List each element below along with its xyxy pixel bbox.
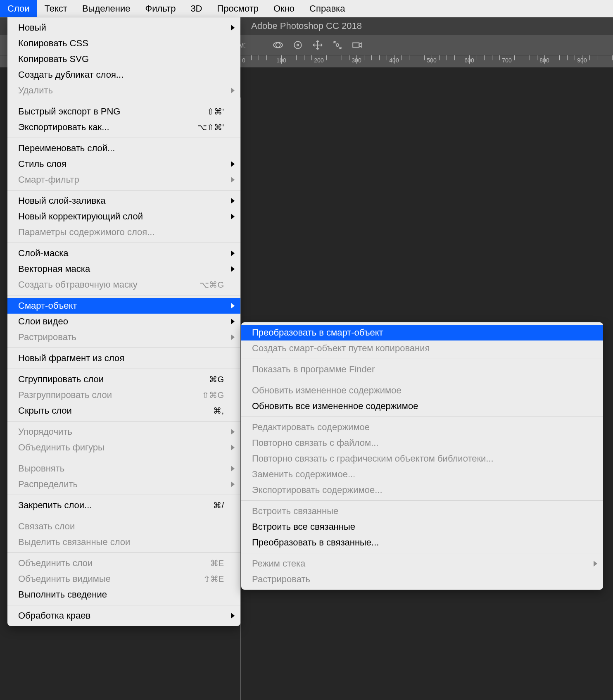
submenu-arrow-icon [231,88,235,93]
menu-item-label: Новый слой-заливка [18,195,105,206]
menu-layers[interactable]: Слои [0,0,37,17]
menu-window[interactable]: Окно [266,0,302,17]
separator [241,500,603,501]
menu-text[interactable]: Текст [37,0,75,17]
options-icons [273,40,363,50]
menu-label: Фильтр [145,3,176,14]
smart-object-submenu-item[interactable]: Встроить все связанные [241,519,603,535]
layers-menu-item: Удалить [7,83,240,98]
layers-menu-item[interactable]: Экспортировать как...⌥⇧⌘' [7,119,240,135]
smart-object-submenu-item[interactable]: Обновить все измененное содержимое [241,398,603,414]
smart-object-submenu-item: Обновить измененное содержимое [241,383,603,398]
menu-item-label: Экспортировать как... [18,122,109,133]
layers-menu-item[interactable]: Слои видео [7,314,240,329]
menu-item-label: Показать в программе Finder [252,364,375,375]
menu-item-label: Повторно связать с файлом... [252,438,378,448]
submenu-arrow-icon [231,161,235,167]
target-icon[interactable] [292,40,303,50]
layers-menu-item: Выровнять [7,461,240,476]
menu-item-label: Редактировать содержимое [252,422,370,433]
shortcut: ⌘E [210,558,224,568]
layers-menu-item[interactable]: Быстрый экспорт в PNG⇧⌘' [7,104,240,119]
submenu-arrow-icon [231,445,235,450]
layers-menu-item[interactable]: Смарт-объект [7,298,240,314]
submenu-arrow-icon [231,177,235,183]
menu-label: 3D [190,3,202,14]
menu-item-label: Объединить видимые [18,574,111,584]
submenu-arrow-icon [231,481,235,487]
layers-menu-item: Объединить слои⌘E [7,555,240,571]
layers-menu-item[interactable]: Новый [7,20,240,36]
menu-label: Выделение [82,3,131,14]
layers-menu-item[interactable]: Обработка краев [7,608,240,624]
menu-item-label: Выделить связанные слои [18,537,130,548]
ruler-label: 800 [539,57,549,64]
menu-item-label: Слой-маска [18,248,69,259]
shortcut: ⌘/ [213,500,224,510]
layers-menu-item[interactable]: Скрыть слои⌘, [7,403,240,419]
separator [7,295,240,295]
menu-label: Справка [309,3,345,14]
layers-dropdown: НовыйКопировать CSSКопировать SVGСоздать… [7,17,240,626]
submenu-arrow-icon [231,429,235,435]
shortcut: ⇧⌘' [207,107,224,117]
ruler-label: 300 [352,57,361,64]
menu-item-label: Растрировать [18,332,76,343]
separator [7,421,240,421]
layers-menu-item[interactable]: Копировать CSS [7,36,240,51]
menu-label: Окно [273,3,295,14]
smart-object-submenu-item: Показать в программе Finder [241,362,603,377]
submenu-arrow-icon [231,319,235,324]
menu-item-label: Растрировать [252,574,310,585]
menu-item-label: Сгруппировать слои [18,374,104,385]
menu-item-label: Копировать CSS [18,38,88,49]
layers-menu-item[interactable]: Новый слой-заливка [7,193,240,209]
layers-menu-item: Связать слои [7,519,240,534]
layers-menu-item[interactable]: Новый фрагмент из слоя [7,350,240,366]
camera-icon[interactable] [352,40,363,50]
menu-item-label: Новый фрагмент из слоя [18,353,124,364]
move-icon[interactable] [312,40,323,50]
layers-menu-item[interactable]: Выполнить сведение [7,587,240,602]
layers-menu-item[interactable]: Создать дубликат слоя... [7,67,240,83]
layers-menu-item[interactable]: Закрепить слои...⌘/ [7,498,240,513]
layers-menu-item: Упорядочить [7,424,240,440]
rotate-icon[interactable] [332,40,343,50]
layers-menu-item[interactable]: Стиль слоя [7,156,240,172]
menu-view[interactable]: Просмотр [210,0,266,17]
menu-item-label: Преобразовать в связанные... [252,537,379,548]
layers-menu-item[interactable]: Векторная маска [7,261,240,277]
layers-menu-item[interactable]: Копировать SVG [7,51,240,67]
layers-menu-item[interactable]: Переименовать слой... [7,140,240,156]
menu-3d[interactable]: 3D [183,0,209,17]
smart-object-submenu-item: Создать смарт-объект путем копирования [241,340,603,356]
menu-help[interactable]: Справка [302,0,352,17]
shortcut: ⌥⇧⌘' [197,122,224,132]
menu-item-label: Повторно связать с графическим объектом … [252,453,494,464]
menu-item-label: Встроить связанные [252,506,338,517]
smart-object-submenu-item: Редактировать содержимое [241,419,603,435]
layers-menu-item: Смарт-фильтр [7,172,240,188]
menu-item-label: Создать смарт-объект путем копирования [252,343,430,354]
separator [7,516,240,516]
separator [7,138,240,138]
layers-menu-item[interactable]: Новый корректирующий слой [7,209,240,224]
layers-menu-item[interactable]: Сгруппировать слои⌘G [7,371,240,387]
menu-item-label: Быстрый экспорт в PNG [18,106,120,117]
smart-object-submenu-item[interactable]: Преобразовать в смарт-объект [241,325,603,340]
menu-selection[interactable]: Выделение [75,0,138,17]
menu-item-label: Новый корректирующий слой [18,211,143,222]
separator [7,552,240,553]
menu-item-label: Удалить [18,85,53,96]
menu-item-label: Стиль слоя [18,159,67,169]
orbit-icon[interactable] [273,40,283,50]
ruler-label: 700 [502,57,511,64]
smart-object-submenu-item[interactable]: Преобразовать в связанные... [241,535,603,550]
submenu-arrow-icon [231,334,235,340]
ruler-label: 100 [276,57,286,64]
menu-item-label: Объединить фигуры [18,442,105,453]
layers-menu-item[interactable]: Слой-маска [7,245,240,261]
menu-filter[interactable]: Фильтр [138,0,183,17]
separator [7,605,240,605]
submenu-arrow-icon [231,25,235,31]
